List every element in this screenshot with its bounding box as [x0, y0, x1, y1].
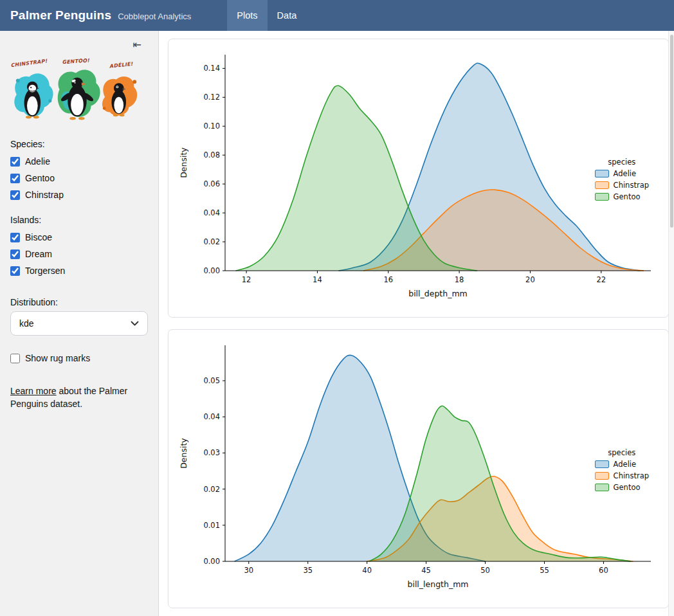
species-label: Species: [10, 139, 148, 149]
legend-entry-chinstrap: Chinstrap [595, 181, 649, 190]
legend-label: Adelie [614, 460, 637, 469]
legend-title: species [595, 448, 649, 457]
penguins-artwork-svg: CHINSTRAP! GENTOO! [10, 57, 143, 127]
y-tick-label: 0.12 [203, 93, 220, 102]
x-tick-label: 50 [480, 566, 490, 575]
legend-swatch [595, 193, 609, 201]
y-tick-label: 0.06 [203, 179, 220, 188]
legend-label: Chinstrap [614, 181, 649, 190]
x-tick-label: 35 [303, 566, 313, 575]
island-torgersen-checkbox[interactable] [10, 266, 20, 276]
kde-plot-svg: 303540455055600.000.010.020.030.040.05bi… [174, 335, 659, 592]
rug-marks-checkbox[interactable] [10, 354, 20, 363]
sidebar-footer-text: Learn more about the Palmer Penguins dat… [10, 385, 148, 411]
tab-plots[interactable]: Plots [227, 0, 267, 31]
island-dream-checkbox[interactable] [10, 249, 20, 259]
x-tick-label: 55 [540, 566, 549, 575]
penguins-artwork: CHINSTRAP! GENTOO! [10, 57, 148, 130]
learn-more-link[interactable]: Learn more [10, 386, 57, 396]
x-tick-label: 16 [383, 275, 393, 284]
x-tick-label: 18 [455, 275, 464, 284]
legend-entry-adelie: Adelie [595, 460, 649, 469]
chinstrap-figure: CHINSTRAP! [10, 58, 53, 118]
legend-swatch [595, 484, 609, 491]
y-axis-label: Density [179, 438, 188, 469]
scrollbar[interactable] [668, 31, 674, 616]
species-gentoo-label: Gentoo [25, 173, 55, 183]
navbar-brand: Palmer Penguins Cobblepot Analytics [0, 8, 201, 23]
plot-legend: speciesAdelieChinstrapGentoo [592, 447, 651, 496]
sidebar-collapse-icon[interactable]: ⇤ [133, 40, 141, 50]
scrollbar-thumb[interactable] [670, 35, 673, 228]
nav-tabs: Plots Data [227, 0, 306, 31]
y-tick-label: 0.08 [203, 150, 220, 159]
checkbox-row-biscoe[interactable]: Biscoe [10, 229, 148, 246]
island-torgersen-label: Torgersen [25, 266, 65, 276]
x-tick-label: 40 [362, 566, 372, 575]
x-tick-label: 14 [313, 275, 322, 284]
checkbox-row-dream[interactable]: Dream [10, 246, 148, 262]
y-tick-label: 0.02 [203, 237, 220, 246]
species-adelie-checkbox[interactable] [10, 157, 20, 167]
checkbox-row-adelie[interactable]: Adelie [10, 153, 148, 170]
legend-swatch [595, 460, 609, 468]
main-content: 1214161820220.000.020.040.060.080.100.12… [159, 31, 674, 616]
y-axis-label: Density [179, 147, 188, 178]
sidebar: ⇤ CHINSTRAP! [0, 31, 159, 616]
app-body: ⇤ CHINSTRAP! [0, 31, 674, 616]
legend-entry-chinstrap: Chinstrap [595, 471, 649, 480]
y-tick-label: 0.03 [203, 448, 220, 457]
x-axis-label: bill_depth_mm [408, 289, 468, 298]
kde-plot-svg: 1214161820220.000.020.040.060.080.100.12… [174, 44, 659, 302]
checkbox-row-gentoo[interactable]: Gentoo [10, 170, 148, 186]
y-tick-label: 0.05 [203, 376, 220, 385]
plot-card-bill-length: 303540455055600.000.010.020.030.040.05bi… [168, 329, 669, 608]
x-tick-label: 30 [244, 566, 253, 575]
y-tick-label: 0.00 [203, 557, 220, 566]
artwork-label-chinstrap: CHINSTRAP! [10, 58, 48, 68]
plot-card-bill-depth: 1214161820220.000.020.040.060.080.100.12… [168, 39, 669, 318]
y-tick-label: 0.01 [203, 521, 220, 530]
checkbox-row-rug-marks[interactable]: Show rug marks [10, 350, 148, 367]
legend-swatch [595, 170, 609, 177]
island-dream-label: Dream [25, 249, 52, 259]
x-tick-label: 60 [599, 566, 608, 575]
legend-entry-gentoo: Gentoo [595, 192, 649, 201]
distribution-label: Distribution: [10, 297, 148, 307]
tab-data[interactable]: Data [268, 0, 307, 31]
legend-entry-adelie: Adelie [595, 169, 649, 178]
artwork-label-gentoo: GENTOO! [62, 57, 89, 65]
legend-swatch [595, 472, 609, 480]
checkbox-row-torgersen[interactable]: Torgersen [10, 262, 148, 279]
y-tick-label: 0.00 [203, 266, 220, 275]
legend-label: Gentoo [614, 192, 641, 201]
x-tick-label: 12 [242, 275, 251, 284]
y-tick-label: 0.04 [203, 208, 220, 217]
distribution-select[interactable]: kde [10, 311, 148, 336]
species-chinstrap-checkbox[interactable] [10, 190, 20, 200]
species-adelie-label: Adelie [25, 156, 50, 167]
x-tick-label: 45 [421, 566, 431, 575]
checkbox-row-chinstrap[interactable]: Chinstrap [10, 186, 148, 203]
y-tick-label: 0.04 [203, 412, 220, 421]
app-subtitle: Cobblepot Analytics [118, 12, 191, 21]
plot-legend: speciesAdelieChinstrapGentoo [592, 156, 651, 205]
x-axis-label: bill_length_mm [407, 579, 468, 589]
adelie-figure: ADÉLIE! [102, 60, 137, 116]
x-tick-label: 20 [525, 275, 535, 284]
y-tick-label: 0.02 [203, 485, 220, 494]
island-biscoe-checkbox[interactable] [10, 233, 20, 242]
gentoo-figure: GENTOO! [58, 57, 100, 120]
legend-label: Chinstrap [614, 471, 649, 480]
legend-label: Adelie [614, 169, 637, 178]
artwork-label-adelie: ADÉLIE! [109, 60, 134, 69]
island-biscoe-label: Biscoe [25, 232, 52, 242]
navbar: Palmer Penguins Cobblepot Analytics Plot… [0, 0, 674, 31]
species-chinstrap-label: Chinstrap [25, 190, 64, 200]
y-tick-label: 0.14 [203, 64, 220, 73]
app-title: Palmer Penguins [10, 8, 111, 23]
chevron-down-icon [131, 321, 139, 326]
species-gentoo-checkbox[interactable] [10, 174, 20, 183]
legend-entry-gentoo: Gentoo [595, 483, 649, 492]
rug-marks-label: Show rug marks [25, 353, 90, 363]
